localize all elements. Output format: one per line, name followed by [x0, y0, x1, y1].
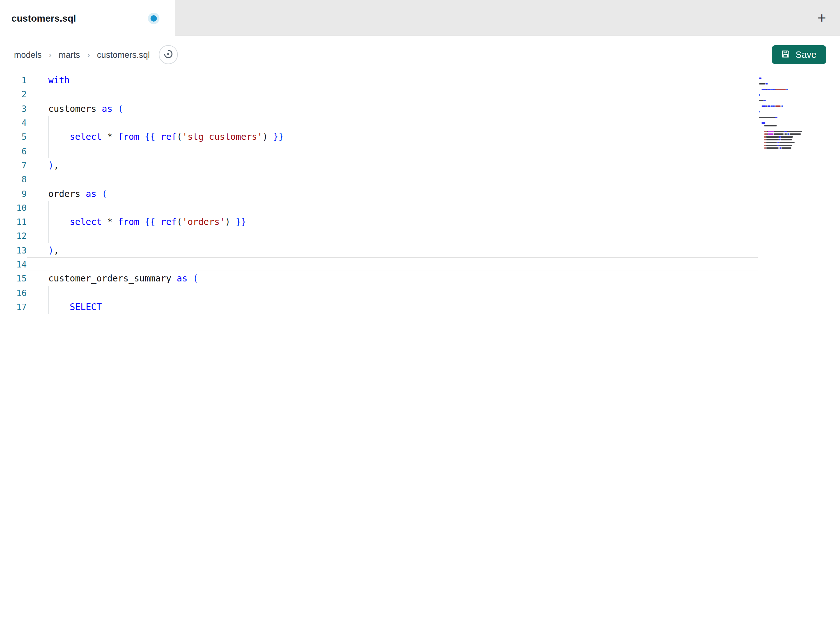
code-token: 'orders' — [182, 217, 225, 227]
code-line[interactable]: 15customer_orders_summary as ( — [0, 272, 758, 286]
line-number: 17 — [0, 300, 27, 314]
minimap-line — [786, 89, 788, 90]
code-token: with — [48, 75, 69, 85]
file-tab-customers-sql[interactable]: customers.sql — [0, 0, 175, 36]
copilot-button[interactable] — [159, 45, 178, 64]
code-token: }} — [230, 217, 246, 227]
minimap-line — [773, 89, 775, 90]
breadcrumb-separator-icon: › — [87, 49, 90, 60]
code-editor[interactable]: 1with23customers as (45 select * from {{… — [0, 73, 840, 314]
minimap-line — [767, 136, 778, 138]
code-token: {{ — [145, 217, 161, 227]
line-number: 9 — [0, 187, 27, 201]
code-token: SELECT — [69, 302, 102, 312]
code-line[interactable]: 1with — [0, 73, 758, 87]
minimap-line — [781, 106, 783, 107]
code-line[interactable]: 16 — [0, 286, 758, 300]
minimap-line — [771, 89, 773, 90]
minimap-line — [759, 100, 763, 101]
minimap-line — [767, 139, 778, 141]
new-tab-button[interactable]: + — [818, 11, 826, 25]
code-line[interactable]: 3customers as ( — [0, 101, 758, 115]
code-line-text — [27, 115, 758, 130]
code-token: ( — [177, 217, 182, 227]
minimap-line — [764, 125, 777, 127]
minimap-line — [785, 89, 786, 90]
code-line[interactable]: 9orders as ( — [0, 187, 758, 201]
tab-bar: customers.sql + — [0, 0, 840, 36]
code-line[interactable]: 11 select * from {{ ref('orders') }} — [0, 215, 758, 229]
code-line[interactable]: 2 — [0, 87, 758, 102]
code-line[interactable]: 5 select * from {{ ref('stg_customers') … — [0, 130, 758, 144]
code-line-text: ), — [27, 158, 758, 172]
minimap-line — [767, 144, 777, 146]
code-line[interactable]: 12 — [0, 229, 758, 243]
code-token: , — [54, 160, 59, 170]
breadcrumb-item-customers-sql[interactable]: customers.sql — [97, 50, 150, 59]
code-line[interactable]: 7), — [0, 158, 758, 172]
code-line-text: select * from {{ ref('orders') }} — [27, 215, 758, 229]
line-number: 6 — [0, 144, 27, 158]
line-number: 11 — [0, 215, 27, 229]
code-line[interactable]: 17 SELECT — [0, 300, 758, 314]
minimap-line — [773, 133, 784, 135]
breadcrumb-item-marts[interactable]: marts — [58, 50, 80, 59]
line-number: 1 — [0, 73, 27, 87]
code-token: * — [107, 217, 118, 227]
code-line-text: with — [27, 73, 758, 87]
code-token: as — [177, 274, 193, 284]
indent-guide — [48, 115, 49, 158]
minimap-line — [767, 106, 771, 107]
minimap-line — [759, 94, 759, 96]
code-line-text — [27, 144, 758, 158]
minimap-line — [759, 111, 760, 112]
file-tab-title: customers.sql — [11, 13, 76, 24]
minimap-line — [768, 131, 773, 132]
code-lines: 1with23customers as (45 select * from {{… — [0, 73, 758, 314]
copilot-swirl-icon — [163, 49, 174, 61]
minimap-line — [764, 131, 767, 132]
code-line[interactable]: 13), — [0, 243, 758, 258]
indent-guide — [48, 201, 49, 243]
code-token — [48, 302, 69, 312]
minimap-line — [761, 122, 765, 123]
code-token: }} — [268, 132, 284, 142]
minimap-line — [767, 83, 768, 84]
minimap-line — [773, 106, 775, 107]
minimap-line — [775, 89, 786, 90]
code-line[interactable]: 6 — [0, 144, 758, 158]
minimap-line — [775, 117, 777, 118]
breadcrumb: models›marts›customers.sql — [14, 49, 150, 60]
save-button[interactable]: Save — [772, 45, 826, 64]
code-line-text: customers as ( — [27, 101, 758, 115]
ide-window: customers.sql + models›marts›customers.s… — [0, 0, 840, 314]
save-floppy-icon — [782, 49, 791, 60]
minimap-line — [787, 131, 802, 132]
code-token: ( — [118, 103, 123, 113]
code-token: , — [54, 245, 59, 255]
line-number: 3 — [0, 101, 27, 115]
code-line-text — [27, 286, 758, 300]
code-token: ) — [48, 160, 54, 170]
line-number: 15 — [0, 272, 27, 286]
code-line[interactable]: 8 — [0, 172, 758, 187]
code-token: ref — [161, 132, 177, 142]
line-number: 2 — [0, 87, 27, 102]
minimap-line — [759, 83, 765, 84]
minimap-line — [789, 133, 801, 135]
minimap-line — [787, 133, 789, 135]
minimap-line — [768, 133, 773, 135]
code-line[interactable]: 10 — [0, 201, 758, 215]
code-line[interactable]: 4 — [0, 115, 758, 130]
code-line-text: select * from {{ ref('stg_customers') }} — [27, 130, 758, 144]
code-line[interactable]: 14 — [0, 257, 758, 272]
code-token: {{ — [145, 132, 161, 142]
minimap[interactable] — [758, 76, 810, 156]
breadcrumb-item-models[interactable]: models — [14, 50, 42, 59]
code-token: ( — [102, 188, 107, 199]
minimap-line — [781, 136, 793, 138]
breadcrumb-separator-icon: › — [49, 49, 51, 60]
minimap-line — [764, 133, 767, 135]
line-number: 16 — [0, 286, 27, 300]
code-token: ref — [161, 217, 177, 227]
